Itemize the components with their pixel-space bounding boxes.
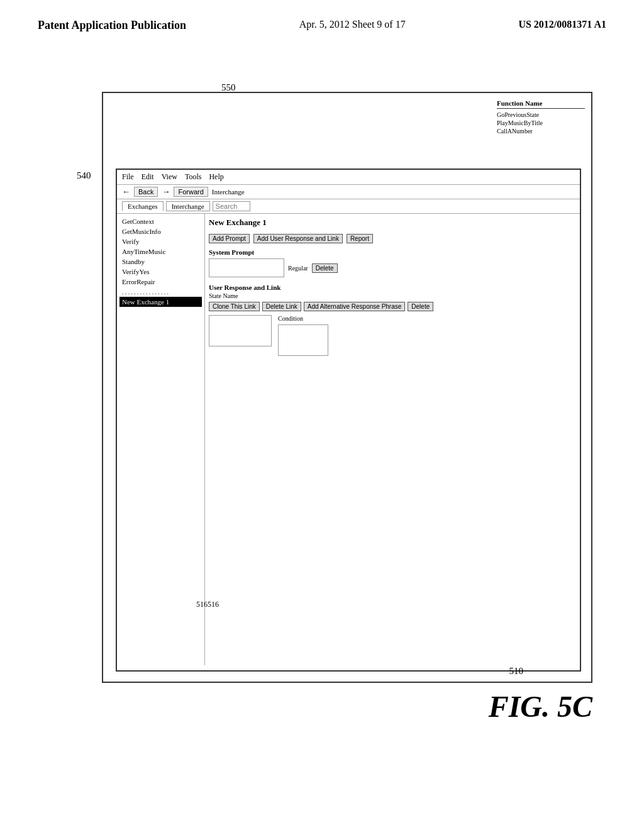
tabs-row: Exchanges Interchange	[117, 199, 580, 214]
add-prompt-button[interactable]: Add Prompt	[209, 234, 250, 243]
tree-item-errorrepair[interactable]: ErrorRepair	[119, 277, 202, 287]
user-response-label: User Response and Link	[209, 284, 576, 291]
app-window: File Edit View Tools Help ← Back → Forwa…	[116, 169, 581, 672]
function-col-header: Function Name	[497, 99, 585, 109]
menu-bar: File Edit View Tools Help	[117, 170, 580, 185]
page-header: Patent Application Publication Apr. 5, 2…	[0, 0, 644, 38]
system-prompt-label: System Prompt	[209, 248, 576, 256]
action-buttons-row: Add Prompt Add User Response and Link Re…	[209, 234, 576, 243]
tree-item-dotted: ................	[119, 287, 202, 297]
condition-label: Condition	[278, 315, 328, 322]
outer-diagram-box: Function Name GoPreviousState PlayMusicB…	[102, 92, 592, 683]
regular-label: Regular	[288, 265, 308, 272]
add-user-response-button[interactable]: Add User Response and Link	[253, 234, 343, 243]
tree-item-standby[interactable]: Standby	[119, 257, 202, 267]
menu-edit[interactable]: Edit	[142, 172, 154, 182]
system-prompt-section: System Prompt Regular Delete	[209, 248, 576, 277]
user-response-controls: Clone This Link Delete Link Add Alternat…	[209, 302, 576, 311]
tree-item-newexchange1[interactable]: New Exchange 1	[119, 297, 202, 307]
publication-label: Patent Application Publication	[38, 19, 186, 32]
state-name-label: State Name	[209, 292, 576, 299]
main-content: 550 540 Function Name GoPreviousState Pl…	[39, 51, 605, 774]
tab-interchange[interactable]: Interchange	[166, 201, 210, 211]
forward-arrow-icon: →	[162, 187, 170, 197]
alt-response-inputs: Condition	[209, 315, 576, 356]
tree-item-getmusicinfo[interactable]: GetMusicInfo	[119, 226, 202, 236]
menu-help[interactable]: Help	[209, 172, 223, 182]
condition-col: Condition	[278, 315, 328, 356]
label-516: 516516	[196, 600, 219, 609]
tree-item-getcontext[interactable]: GetContext	[119, 216, 202, 226]
alt-response-input[interactable]	[209, 315, 272, 346]
label-510: 510	[509, 666, 524, 677]
menu-tools[interactable]: Tools	[185, 172, 202, 182]
system-prompt-input[interactable]	[209, 258, 284, 277]
exchange-title: New Exchange 1	[209, 218, 267, 228]
back-button[interactable]: Back	[134, 187, 158, 197]
forward-button[interactable]: Forward	[174, 187, 208, 197]
menu-file[interactable]: File	[122, 172, 134, 182]
left-panel-tree: GetContext GetMusicInfo Verify AnyTimeMu…	[117, 214, 205, 665]
function-item-2: PlayMusicByTitle	[497, 119, 585, 126]
condition-input[interactable]	[278, 324, 328, 356]
toolbar: ← Back → Forward Interchange	[117, 185, 580, 199]
label-540: 540	[77, 170, 91, 181]
split-pane: GetContext GetMusicInfo Verify AnyTimeMu…	[117, 214, 580, 665]
date-sheet-label: Apr. 5, 2012 Sheet 9 of 17	[299, 19, 406, 30]
function-item-1: GoPreviousState	[497, 111, 585, 118]
user-response-section: User Response and Link State Name Clone …	[209, 284, 576, 356]
patent-number-label: US 2012/0081371 A1	[518, 19, 606, 30]
alt-response-input-col	[209, 315, 272, 346]
add-alt-response-button[interactable]: Add Alternative Response Phrase	[304, 302, 406, 311]
delete-link-button[interactable]: Delete Link	[262, 302, 301, 311]
tab-exchanges[interactable]: Exchanges	[122, 201, 164, 211]
toolbar-interchange-label: Interchange	[212, 188, 245, 196]
fig-label: FIG. 5C	[489, 689, 592, 724]
function-item-3: CallANumber	[497, 128, 585, 135]
tree-item-anytimemusic[interactable]: AnyTimeMusic	[119, 246, 202, 257]
menu-view[interactable]: View	[162, 172, 177, 182]
right-panel-detail: New Exchange 1 Add Prompt Add User Respo…	[205, 214, 580, 665]
back-arrow-icon: ←	[122, 187, 130, 197]
tree-item-verifyyes[interactable]: VerifyYes	[119, 267, 202, 277]
tree-item-verify[interactable]: Verify	[119, 236, 202, 246]
delete-prompt-button[interactable]: Delete	[312, 263, 338, 273]
search-input[interactable]	[213, 201, 250, 211]
report-button[interactable]: Report	[347, 234, 373, 243]
system-prompt-controls: Regular Delete	[209, 258, 576, 277]
delete-alt-button[interactable]: Delete	[408, 302, 433, 311]
clone-link-button[interactable]: Clone This Link	[209, 302, 260, 311]
function-column: Function Name GoPreviousState PlayMusicB…	[497, 99, 585, 136]
